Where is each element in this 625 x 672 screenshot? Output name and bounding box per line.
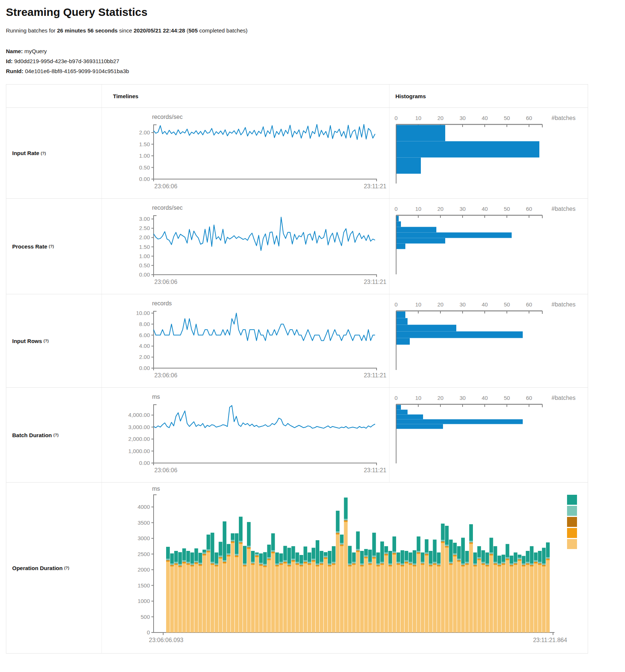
svg-text:0.00: 0.00 [139,460,150,466]
svg-text:23:11:21: 23:11:21 [364,372,386,378]
svg-text:40: 40 [482,395,488,401]
svg-text:50: 50 [504,206,510,212]
svg-text:23:06:06.093: 23:06:06.093 [149,637,183,643]
svg-text:60: 60 [526,115,532,121]
svg-text:0.50: 0.50 [139,262,150,268]
query-runid-label: RunId: [6,68,23,74]
running-batches-summary: Running batches for 26 minutes 56 second… [6,27,619,34]
query-id-label: Id: [6,58,13,64]
svg-text:50: 50 [504,395,510,401]
help-tooltip-icon[interactable]: (?) [41,151,46,155]
svg-text:0: 0 [147,629,150,635]
svg-text:23:11:21: 23:11:21 [364,279,386,285]
column-header-timelines: Timelines [102,85,389,107]
svg-text:50: 50 [504,301,510,308]
row-label-text: Batch Duration [12,432,52,438]
row-label-operation-duration: Operation Duration (?) [6,483,102,653]
svg-text:0: 0 [395,115,398,121]
svg-text:30: 30 [460,301,466,308]
svg-text:2.00: 2.00 [139,129,150,136]
streaming-statistics-page: Streaming Query Statistics Running batch… [0,0,625,665]
table-row-input-rate: Input Rate (?) records/sec2.001.501.000.… [6,107,588,198]
svg-text:1500: 1500 [138,582,150,589]
svg-text:30: 30 [460,206,466,212]
svg-text:2,000.00: 2,000.00 [128,436,150,442]
help-tooltip-icon[interactable]: (?) [54,433,59,437]
svg-text:2.50: 2.50 [139,225,150,231]
svg-text:10: 10 [415,395,422,401]
query-info: Name: myQuery Id: 9d0dd219-995d-423e-b97… [6,46,619,76]
query-name-label: Name: [6,48,23,54]
svg-text:3.00: 3.00 [139,216,150,222]
svg-text:500: 500 [141,614,150,620]
svg-text:23:11:21: 23:11:21 [364,183,386,189]
svg-text:2.00: 2.00 [139,234,150,240]
input-rows-timeline-chart: records10.008.006.004.002.000.0023:06:06… [102,294,389,387]
row-label-batch-duration: Batch Duration (?) [6,388,102,482]
start-timestamp: 2020/05/21 22:44:28 [134,27,185,34]
batch-duration-timeline-cell: ms4,000.003,000.002,000.001,000.000.0023… [102,388,389,482]
svg-text:60: 60 [526,301,532,308]
input-rate-histogram-chart: 0102030405060#batches [389,108,588,198]
query-runid-line: RunId: 04e101e6-8bf8-4165-9099-9104c951b… [6,66,619,76]
query-name: myQuery [24,48,47,54]
summary-mid: since [118,27,134,34]
svg-text:23:06:06: 23:06:06 [154,279,177,285]
operation-duration-stacked-chart: ms4000350030002500200015001000500023:06:… [102,483,588,653]
svg-text:3500: 3500 [138,520,150,526]
summary-paren: ( [185,27,188,34]
svg-text:23:11:21: 23:11:21 [364,467,386,473]
svg-text:40: 40 [482,206,488,212]
help-tooltip-icon[interactable]: (?) [49,244,54,248]
svg-text:#batches: #batches [552,395,576,401]
row-label-process-rate: Process Rate (?) [6,199,102,294]
input-rows-histogram-cell: 0102030405060#batches [389,294,588,387]
process-rate-timeline-chart: records/sec3.002.502.001.501.000.500.002… [102,199,389,294]
svg-text:#batches: #batches [552,206,576,212]
svg-text:30: 30 [460,115,466,121]
svg-text:23:06:06: 23:06:06 [154,183,177,189]
svg-text:records/sec: records/sec [152,205,183,211]
svg-text:4000: 4000 [138,504,150,510]
query-id: 9d0dd219-995d-423e-b97d-36931110bb27 [14,58,120,64]
statistics-table: Timelines Histograms Input Rate (?) reco… [6,84,588,654]
svg-text:1000: 1000 [138,598,150,604]
page-title: Streaming Query Statistics [6,6,619,18]
completed-batches-count: 505 [189,27,198,34]
svg-text:2.00: 2.00 [139,354,150,360]
table-row-batch-duration: Batch Duration (?) ms4,000.003,000.002,0… [6,387,588,482]
input-rate-histogram-cell: 0102030405060#batches [389,108,588,198]
row-label-text: Input Rate [12,150,39,156]
svg-text:ms: ms [152,486,160,492]
process-rate-timeline-cell: records/sec3.002.502.001.501.000.500.002… [102,199,389,294]
batch-duration-histogram-chart: 0102030405060#batches [389,388,588,482]
svg-text:0.00: 0.00 [139,176,150,182]
svg-text:23:06:06: 23:06:06 [154,372,177,378]
query-id-line: Id: 9d0dd219-995d-423e-b97d-36931110bb27 [6,56,619,66]
svg-text:0.00: 0.00 [139,365,150,371]
svg-text:8.00: 8.00 [139,321,150,327]
batch-duration-histogram-cell: 0102030405060#batches [389,388,588,482]
svg-text:30: 30 [460,395,466,401]
svg-text:#batches: #batches [552,115,576,121]
svg-text:0.00: 0.00 [139,271,150,278]
help-tooltip-icon[interactable]: (?) [64,566,69,570]
row-label-text: Input Rows [12,338,42,344]
svg-text:10: 10 [415,115,422,121]
row-label-text: Process Rate [12,243,47,250]
svg-text:23:11:21.864: 23:11:21.864 [533,637,567,643]
svg-text:6.00: 6.00 [139,332,150,338]
svg-text:23:06:06: 23:06:06 [154,467,177,473]
svg-text:2000: 2000 [138,566,150,573]
svg-text:#batches: #batches [552,301,576,308]
input-rows-timeline-cell: records10.008.006.004.002.000.0023:06:06… [102,294,389,387]
svg-text:3000: 3000 [138,535,150,541]
svg-text:0: 0 [395,206,398,212]
operation-duration-chart-cell: ms4000350030002500200015001000500023:06:… [102,483,588,653]
process-rate-histogram-chart: 0102030405060#batches [389,199,588,294]
help-tooltip-icon[interactable]: (?) [44,339,49,343]
svg-text:1.50: 1.50 [139,141,150,147]
column-header-histograms: Histograms [389,85,588,107]
svg-text:10: 10 [415,301,422,308]
row-label-input-rate: Input Rate (?) [6,108,102,198]
